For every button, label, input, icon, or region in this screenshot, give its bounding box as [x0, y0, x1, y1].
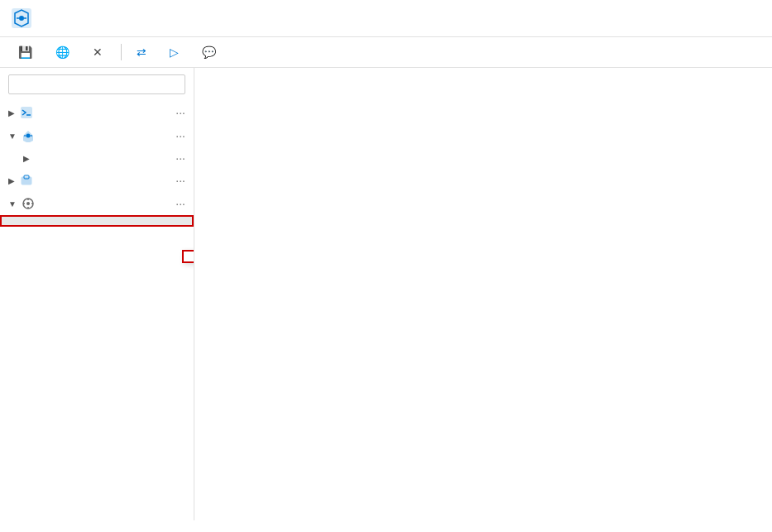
io-icon: ⇄	[137, 46, 146, 59]
context-menu[interactable]	[182, 250, 194, 263]
save-icon: 💾	[18, 46, 32, 59]
assets-icon	[20, 174, 33, 187]
sidebar-item-all[interactable]: ▶ ···	[0, 147, 194, 169]
assets-section: ▶ ···	[0, 169, 194, 192]
io-button[interactable]: ⇄	[128, 42, 158, 62]
save-button[interactable]: 💾	[10, 42, 44, 62]
app-icon	[10, 7, 33, 30]
svg-point-12	[26, 202, 30, 205]
header	[0, 0, 772, 37]
runbooks-section: ▼ ··· ▶ ···	[0, 124, 194, 169]
svg-point-6	[26, 134, 30, 138]
publish-icon: 🌐	[55, 46, 70, 59]
all-more[interactable]: ···	[175, 151, 185, 165]
runbook-control-header[interactable]: ▼ ···	[0, 192, 194, 215]
main-layout: ▶ ··· ▼ ···	[0, 68, 772, 520]
runbooks-expand-icon: ▼	[8, 132, 17, 141]
assets-more[interactable]: ···	[175, 174, 185, 187]
runbooks-icon	[22, 129, 35, 142]
revert-button[interactable]: ✕	[84, 42, 114, 62]
toolbar: 💾 🌐 ✕ ⇄ ▷ 💬	[0, 37, 772, 68]
sidebar-item-code[interactable]	[0, 215, 194, 227]
canvas-svg	[194, 68, 772, 520]
cmdlets-expand-icon: ▶	[8, 108, 15, 117]
test-button[interactable]: ▷	[161, 42, 190, 62]
sidebar: ▶ ··· ▼ ···	[0, 68, 194, 520]
cmdlets-section: ▶ ···	[0, 101, 194, 124]
runbook-control-section: ▼ ···	[0, 192, 194, 235]
canvas[interactable]	[194, 68, 772, 520]
search-box	[0, 68, 194, 101]
runbooks-more[interactable]: ···	[175, 129, 185, 142]
svg-point-1	[19, 16, 24, 21]
runbook-control-more[interactable]: ···	[175, 197, 185, 210]
runbook-control-icon	[22, 197, 35, 210]
search-input[interactable]	[8, 74, 185, 94]
toolbar-divider-1	[121, 44, 122, 60]
feedback-button[interactable]: 💬	[194, 42, 228, 62]
assets-expand-icon: ▶	[8, 176, 15, 185]
runbooks-header[interactable]: ▼ ···	[0, 124, 194, 147]
cmdlets-header[interactable]: ▶ ···	[0, 101, 194, 124]
test-icon: ▷	[170, 46, 179, 59]
publish-button[interactable]: 🌐	[47, 42, 81, 62]
feedback-icon: 💬	[202, 46, 216, 59]
runbook-control-expand-icon: ▼	[8, 199, 17, 208]
svg-rect-9	[22, 177, 31, 185]
assets-header[interactable]: ▶ ···	[0, 169, 194, 192]
revert-icon: ✕	[93, 46, 103, 59]
all-expand-icon: ▶	[23, 154, 30, 163]
cmdlets-more[interactable]: ···	[175, 106, 185, 119]
sidebar-item-junction[interactable]	[0, 227, 194, 235]
cmdlets-icon	[20, 106, 33, 119]
